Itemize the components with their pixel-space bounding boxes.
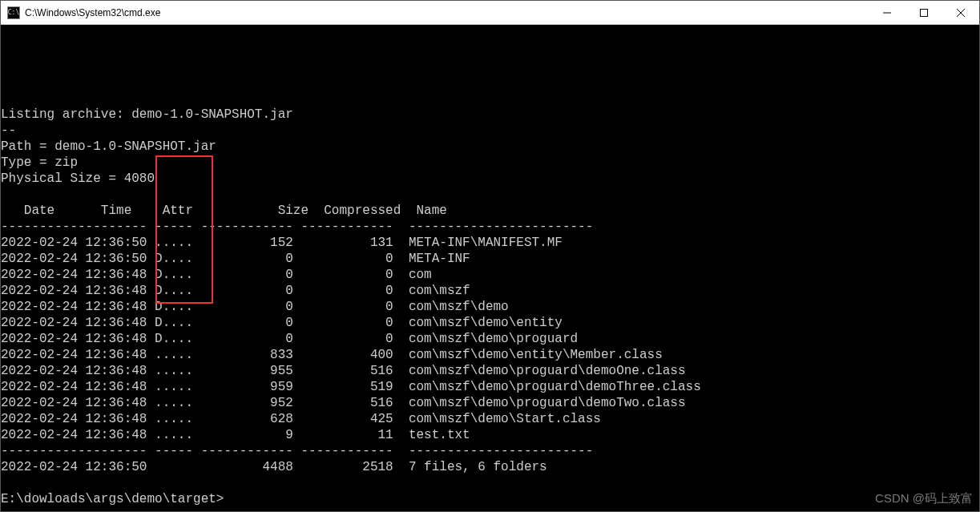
terminal-line: 2022-02-24 12:36:48 ..... 952 516 com\ms… xyxy=(1,395,979,411)
terminal-line: Date Time Attr Size Compressed Name xyxy=(1,203,979,219)
terminal-line: ------------------- ----- ------------ -… xyxy=(1,443,979,459)
terminal-line: ------------------- ----- ------------ -… xyxy=(1,219,979,235)
terminal-line: Type = zip xyxy=(1,155,979,171)
close-button[interactable] xyxy=(942,1,979,25)
terminal-line: E:\dowloads\args\demo\target> xyxy=(1,491,979,507)
terminal-line: 2022-02-24 12:36:48 ..... 959 519 com\ms… xyxy=(1,379,979,395)
terminal-line xyxy=(1,187,979,203)
terminal-output[interactable]: CSDN @码上致富 Listing archive: demo-1.0-SNA… xyxy=(1,25,979,511)
terminal-line: 2022-02-24 12:36:50 D.... 0 0 META-INF xyxy=(1,251,979,267)
terminal-line: Listing archive: demo-1.0-SNAPSHOT.jar xyxy=(1,107,979,123)
terminal-line: 2022-02-24 12:36:48 ..... 9 11 test.txt xyxy=(1,427,979,443)
cmd-window: C:\ C:\Windows\System32\cmd.exe CSDN @码上… xyxy=(0,0,980,512)
terminal-line: Physical Size = 4080 xyxy=(1,171,979,187)
terminal-line: 2022-02-24 12:36:48 ..... 628 425 com\ms… xyxy=(1,411,979,427)
terminal-line: 2022-02-24 12:36:48 D.... 0 0 com\mszf\d… xyxy=(1,331,979,347)
maximize-button[interactable] xyxy=(905,1,942,25)
terminal-line: 2022-02-24 12:36:50 ..... 152 131 META-I… xyxy=(1,235,979,251)
window-title: C:\Windows\System32\cmd.exe xyxy=(25,7,160,18)
terminal-line xyxy=(1,475,979,491)
terminal-line: Path = demo-1.0-SNAPSHOT.jar xyxy=(1,139,979,155)
terminal-line: 2022-02-24 12:36:48 D.... 0 0 com xyxy=(1,267,979,283)
terminal-line: 2022-02-24 12:36:50 4488 2518 7 files, 6… xyxy=(1,459,979,475)
terminal-line: 2022-02-24 12:36:48 ..... 955 516 com\ms… xyxy=(1,363,979,379)
csdn-watermark: CSDN @码上致富 xyxy=(875,490,973,506)
terminal-line: -- xyxy=(1,123,979,139)
terminal-line: 2022-02-24 12:36:48 ..... 833 400 com\ms… xyxy=(1,347,979,363)
terminal-line: 2022-02-24 12:36:48 D.... 0 0 com\mszf\d… xyxy=(1,315,979,331)
titlebar[interactable]: C:\ C:\Windows\System32\cmd.exe xyxy=(1,1,979,25)
terminal-line: 2022-02-24 12:36:48 D.... 0 0 com\mszf xyxy=(1,283,979,299)
terminal-line xyxy=(1,91,979,107)
cmd-icon: C:\ xyxy=(7,6,20,19)
terminal-line: 2022-02-24 12:36:48 D.... 0 0 com\mszf\d… xyxy=(1,299,979,315)
svg-rect-1 xyxy=(921,9,928,16)
minimize-button[interactable] xyxy=(869,1,905,25)
